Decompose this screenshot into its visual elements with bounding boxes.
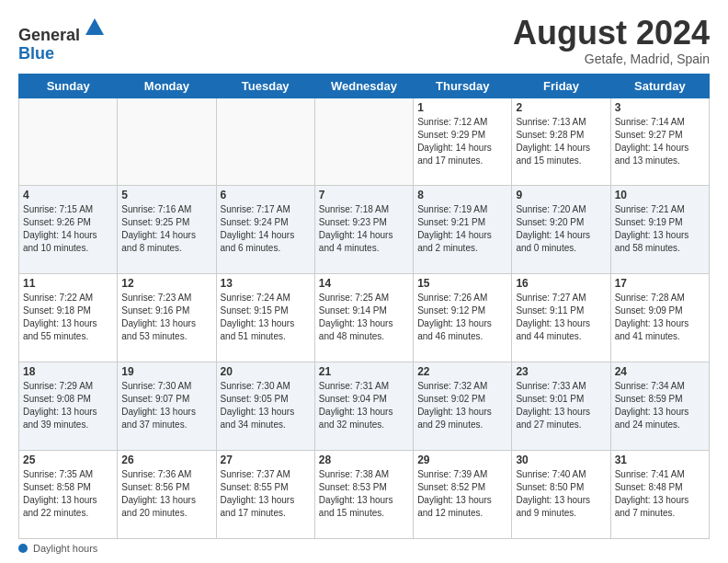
table-row: 8Sunrise: 7:19 AM Sunset: 9:21 PM Daylig… [414,186,512,274]
table-row: 6Sunrise: 7:17 AM Sunset: 9:24 PM Daylig… [216,186,314,274]
day-number: 16 [516,277,606,290]
table-row: 20Sunrise: 7:30 AM Sunset: 9:05 PM Dayli… [216,362,314,451]
table-row: 31Sunrise: 7:41 AM Sunset: 8:48 PM Dayli… [610,451,709,539]
table-row [314,98,413,186]
day-info: Sunrise: 7:17 AM Sunset: 9:24 PM Dayligh… [221,203,311,255]
table-row [19,98,118,186]
day-info: Sunrise: 7:31 AM Sunset: 9:04 PM Dayligh… [319,380,409,431]
table-row: 13Sunrise: 7:24 AM Sunset: 9:15 PM Dayli… [216,274,314,362]
day-info: Sunrise: 7:27 AM Sunset: 9:11 PM Dayligh… [516,292,606,343]
day-number: 11 [23,277,113,290]
day-info: Sunrise: 7:18 AM Sunset: 9:23 PM Dayligh… [319,203,409,255]
table-row [118,98,216,186]
day-number: 26 [121,454,211,466]
table-row: 27Sunrise: 7:37 AM Sunset: 8:55 PM Dayli… [216,451,314,539]
table-row: 12Sunrise: 7:23 AM Sunset: 9:16 PM Dayli… [118,274,216,362]
day-number: 25 [23,454,113,466]
day-number: 30 [516,454,606,466]
day-info: Sunrise: 7:41 AM Sunset: 8:48 PM Dayligh… [615,468,705,520]
svg-marker-0 [85,18,104,35]
footer-label: Daylight hours [33,543,97,554]
day-number: 18 [23,365,113,378]
table-row: 22Sunrise: 7:32 AM Sunset: 9:02 PM Dayli… [414,362,512,451]
table-row: 28Sunrise: 7:38 AM Sunset: 8:53 PM Dayli… [314,451,413,539]
day-number: 28 [319,454,409,466]
table-row: 21Sunrise: 7:31 AM Sunset: 9:04 PM Dayli… [314,362,413,451]
calendar-week-row: 18Sunrise: 7:29 AM Sunset: 9:08 PM Dayli… [19,362,710,451]
day-number: 29 [417,454,507,466]
day-number: 1 [417,101,507,114]
table-row: 30Sunrise: 7:40 AM Sunset: 8:50 PM Dayli… [512,451,610,539]
day-info: Sunrise: 7:29 AM Sunset: 9:08 PM Dayligh… [23,380,113,431]
table-row: 16Sunrise: 7:27 AM Sunset: 9:11 PM Dayli… [512,274,610,362]
day-info: Sunrise: 7:22 AM Sunset: 9:18 PM Dayligh… [23,292,113,343]
day-info: Sunrise: 7:24 AM Sunset: 9:15 PM Dayligh… [221,292,311,343]
table-row: 9Sunrise: 7:20 AM Sunset: 9:20 PM Daylig… [512,186,610,274]
day-number: 5 [121,189,211,201]
table-row: 19Sunrise: 7:30 AM Sunset: 9:07 PM Dayli… [118,362,216,451]
day-number: 22 [417,365,507,378]
logo-blue-text: Blue [18,44,54,63]
table-row: 7Sunrise: 7:18 AM Sunset: 9:23 PM Daylig… [314,186,413,274]
day-info: Sunrise: 7:30 AM Sunset: 9:05 PM Dayligh… [221,380,311,431]
col-sunday: Sunday [19,74,118,98]
table-row [216,98,314,186]
calendar-week-row: 1Sunrise: 7:12 AM Sunset: 9:29 PM Daylig… [19,98,710,186]
day-info: Sunrise: 7:35 AM Sunset: 8:58 PM Dayligh… [23,468,113,520]
day-info: Sunrise: 7:12 AM Sunset: 9:29 PM Dayligh… [417,116,507,167]
day-info: Sunrise: 7:20 AM Sunset: 9:20 PM Dayligh… [516,203,606,255]
day-number: 13 [221,277,311,290]
day-number: 4 [23,189,113,201]
day-info: Sunrise: 7:25 AM Sunset: 9:14 PM Dayligh… [319,292,409,343]
title-block: August 2024 Getafe, Madrid, Spain [513,15,710,66]
footer: Daylight hours [18,543,710,554]
col-monday: Monday [118,74,216,98]
col-saturday: Saturday [610,74,709,98]
col-thursday: Thursday [414,74,512,98]
day-number: 27 [221,454,311,466]
calendar-week-row: 11Sunrise: 7:22 AM Sunset: 9:18 PM Dayli… [19,274,710,362]
day-number: 17 [615,277,705,290]
day-number: 14 [319,277,409,290]
table-row: 2Sunrise: 7:13 AM Sunset: 9:28 PM Daylig… [512,98,610,186]
footer-dot [18,544,28,553]
location: Getafe, Madrid, Spain [513,52,710,66]
logo: General Blue [18,15,108,63]
day-number: 24 [615,365,705,378]
day-number: 12 [121,277,211,290]
table-row: 3Sunrise: 7:14 AM Sunset: 9:27 PM Daylig… [610,98,709,186]
table-row: 29Sunrise: 7:39 AM Sunset: 8:52 PM Dayli… [414,451,512,539]
col-tuesday: Tuesday [216,74,314,98]
day-info: Sunrise: 7:21 AM Sunset: 9:19 PM Dayligh… [615,203,705,255]
table-row: 1Sunrise: 7:12 AM Sunset: 9:29 PM Daylig… [414,98,512,186]
table-row: 26Sunrise: 7:36 AM Sunset: 8:56 PM Dayli… [118,451,216,539]
calendar-header-row: Sunday Monday Tuesday Wednesday Thursday… [19,74,710,98]
day-number: 10 [615,189,705,201]
table-row: 14Sunrise: 7:25 AM Sunset: 9:14 PM Dayli… [314,274,413,362]
day-info: Sunrise: 7:40 AM Sunset: 8:50 PM Dayligh… [516,468,606,520]
day-number: 15 [417,277,507,290]
day-number: 9 [516,189,606,201]
header: General Blue August 2024 Getafe, Madrid,… [18,15,710,66]
calendar-table: Sunday Monday Tuesday Wednesday Thursday… [18,74,710,539]
calendar-week-row: 4Sunrise: 7:15 AM Sunset: 9:26 PM Daylig… [19,186,710,274]
day-info: Sunrise: 7:37 AM Sunset: 8:55 PM Dayligh… [221,468,311,520]
day-info: Sunrise: 7:16 AM Sunset: 9:25 PM Dayligh… [121,203,211,255]
day-number: 20 [221,365,311,378]
day-number: 3 [615,101,705,114]
day-info: Sunrise: 7:15 AM Sunset: 9:26 PM Dayligh… [23,203,113,255]
day-number: 2 [516,101,606,114]
day-info: Sunrise: 7:28 AM Sunset: 9:09 PM Dayligh… [615,292,705,343]
day-info: Sunrise: 7:32 AM Sunset: 9:02 PM Dayligh… [417,380,507,431]
day-number: 23 [516,365,606,378]
day-info: Sunrise: 7:38 AM Sunset: 8:53 PM Dayligh… [319,468,409,520]
day-info: Sunrise: 7:19 AM Sunset: 9:21 PM Dayligh… [417,203,507,255]
logo-general-text: General [18,26,80,44]
page: General Blue August 2024 Getafe, Madrid,… [0,0,728,563]
day-info: Sunrise: 7:34 AM Sunset: 8:59 PM Dayligh… [615,380,705,431]
table-row: 17Sunrise: 7:28 AM Sunset: 9:09 PM Dayli… [610,274,709,362]
calendar-week-row: 25Sunrise: 7:35 AM Sunset: 8:58 PM Dayli… [19,451,710,539]
day-info: Sunrise: 7:30 AM Sunset: 9:07 PM Dayligh… [121,380,211,431]
day-number: 31 [615,454,705,466]
day-number: 19 [121,365,211,378]
